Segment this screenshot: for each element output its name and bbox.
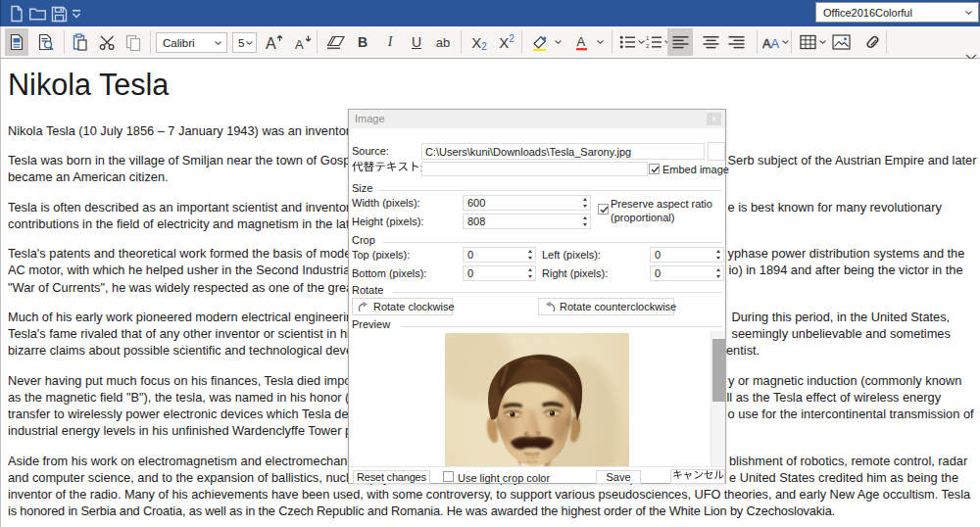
save-button[interactable]: Save [596, 470, 641, 484]
embed-image-checkbox[interactable] [649, 164, 660, 174]
crop-top-spin-down[interactable] [524, 255, 535, 262]
shrink-font-button[interactable]: A [290, 28, 315, 56]
source-label: Source: [352, 145, 389, 157]
save-icon[interactable] [49, 4, 69, 24]
font-color-button[interactable]: A [570, 28, 594, 56]
crop-top-spin-up[interactable] [524, 248, 535, 255]
height-spin-up[interactable] [579, 215, 590, 221]
rotate-clockwise-button[interactable]: Rotate clockwise [352, 298, 453, 315]
browse-button[interactable] [708, 142, 725, 161]
font-size-combobox[interactable]: 5 [232, 32, 257, 53]
crop-top-label: Top (pixels): [352, 249, 410, 261]
crop-top-spinbox[interactable]: 0 [463, 247, 536, 263]
numbered-list-button[interactable]: 12 [644, 28, 664, 56]
rotate-clockwise-icon [357, 301, 370, 312]
crop-left-spin-down[interactable] [712, 255, 723, 262]
font-color-dropdown[interactable] [595, 28, 605, 56]
spin-up-icon [528, 268, 532, 271]
crop-bottom-spinbox[interactable]: 0 [463, 265, 536, 281]
preview-scrollbar-thumb[interactable] [712, 339, 725, 402]
width-spinbox[interactable]: 600 [463, 195, 591, 211]
font-name-combobox[interactable]: Calibri [156, 32, 227, 53]
chevron-down-icon [965, 11, 972, 15]
alt-text-input[interactable] [421, 162, 648, 176]
crop-right-label: Right (pixels): [542, 267, 608, 279]
crop-left-spinbox[interactable]: 0 [650, 247, 724, 263]
italic-button[interactable]: I [378, 28, 402, 56]
font-dialog-button[interactable]: AA [761, 28, 782, 56]
preview-pane[interactable] [350, 331, 710, 468]
app-window: { "window": { "titlebar_icons": [ "new-d… [0, 0, 980, 527]
crop-group-header: Crop [352, 234, 722, 247]
svg-text:1: 1 [646, 35, 650, 41]
width-spin-down[interactable] [579, 203, 590, 210]
toolbar-separator [612, 30, 612, 54]
rotate-counterclockwise-button[interactable]: Rotate counterclockwise [538, 298, 674, 315]
highlight-dropdown[interactable] [553, 28, 563, 56]
italic-label: I [388, 34, 393, 50]
font-size-value: 5 [233, 37, 246, 49]
height-spin-down[interactable] [579, 221, 590, 228]
clear-format-button[interactable] [323, 28, 348, 56]
spin-down-icon [716, 275, 720, 278]
align-center-button[interactable] [698, 28, 723, 56]
bold-button[interactable]: B [351, 28, 374, 56]
hyperlink-button[interactable] [860, 28, 884, 56]
light-crop-color-checkbox[interactable] [443, 471, 454, 482]
spin-up-icon [716, 250, 720, 253]
align-right-button[interactable] [723, 28, 749, 56]
preserve-ratio-checkbox[interactable] [598, 204, 609, 215]
image-button[interactable] [831, 28, 852, 56]
cancel-button[interactable]: キャンセル [670, 469, 725, 484]
reset-changes-button[interactable]: Reset changes [353, 470, 430, 484]
height-spinbox[interactable]: 808 [463, 214, 591, 229]
highlight-button[interactable] [528, 28, 553, 56]
superscript-button[interactable]: X2 [494, 28, 519, 56]
grow-font-button[interactable]: A [262, 28, 286, 56]
paste-button[interactable] [69, 28, 91, 56]
spin-down-icon [583, 205, 587, 208]
table-button[interactable] [798, 28, 818, 56]
rich-text-button[interactable] [5, 28, 28, 56]
bullet-list-button[interactable] [617, 28, 638, 56]
document-title[interactable]: Nikola Tesla [8, 68, 973, 102]
align-left-button[interactable] [667, 28, 693, 56]
spin-down-icon [716, 257, 720, 260]
width-value: 600 [467, 197, 485, 209]
crop-bottom-spin-down[interactable] [524, 273, 535, 280]
quick-access-dropdown-icon[interactable] [71, 4, 82, 24]
svg-text:A: A [295, 37, 304, 51]
close-icon[interactable]: ✕ [707, 113, 721, 125]
preserve-ratio-label-2: (proportional) [611, 212, 674, 223]
dialog-title: Image [355, 113, 385, 124]
theme-selector[interactable]: Office2016Colorful [815, 2, 979, 23]
preview-group-header: Preview [352, 318, 722, 331]
rotate-counterclockwise-icon [543, 301, 557, 312]
font-dialog-dropdown[interactable] [781, 28, 789, 56]
crop-right-spin-up[interactable] [712, 266, 723, 273]
spinner-buttons [579, 215, 590, 228]
crop-right-spinbox[interactable]: 0 [650, 265, 724, 281]
open-folder-icon[interactable] [27, 4, 47, 24]
copy-button[interactable] [122, 28, 145, 56]
preview-scrollbar[interactable] [710, 331, 725, 468]
width-spin-up[interactable] [579, 196, 590, 203]
alt-text-label: 代替テキスト:: [352, 162, 423, 175]
size-group-line [378, 190, 722, 191]
new-document-icon[interactable] [7, 4, 26, 24]
cut-button[interactable] [95, 28, 120, 56]
source-search-button[interactable] [33, 28, 58, 56]
toolbar-separator [757, 30, 758, 54]
embed-image-label: Embed image [662, 164, 729, 175]
table-dropdown[interactable] [818, 28, 826, 56]
crop-bottom-spin-up[interactable] [524, 266, 535, 273]
crop-right-spin-down[interactable] [712, 273, 723, 280]
height-label: Height (pixels): [352, 216, 423, 227]
underline-button[interactable]: U [405, 28, 428, 56]
light-crop-color-label: Use light crop color [458, 472, 550, 484]
source-input[interactable]: C:\Users\kuni\Downloads\Tesla_Sarony.jpg [421, 143, 705, 160]
crop-left-spin-up[interactable] [712, 248, 723, 255]
strikethrough-button[interactable]: ab [430, 28, 456, 56]
dialog-titlebar[interactable]: Image ✕ [349, 110, 725, 128]
subscript-button[interactable]: X2 [466, 28, 492, 56]
